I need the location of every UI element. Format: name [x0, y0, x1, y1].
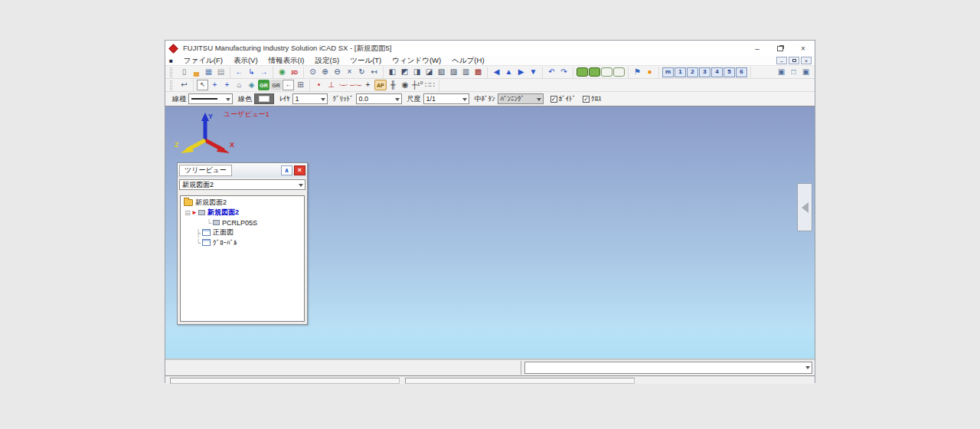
menu-w[interactable]: ウィンドウ(W) — [387, 56, 446, 64]
layer-active-icon[interactable] — [589, 67, 600, 77]
view-back-icon[interactable]: ← — [234, 67, 245, 77]
snap-arbitrary-icon[interactable]: AP — [374, 80, 387, 90]
copy-move-icon[interactable]: + — [221, 80, 233, 90]
zoom-out-icon[interactable]: ⊖ — [332, 67, 343, 77]
group-on-icon[interactable]: GR — [258, 80, 270, 90]
undo-icon[interactable]: ↶ — [546, 67, 557, 77]
group-ref-icon[interactable]: GR — [270, 80, 282, 90]
tree-item[interactable]: ⊟►新規図面2 — [181, 208, 304, 218]
menu-i[interactable]: 情報表示(I) — [263, 56, 310, 64]
tag-icon[interactable]: ◈ — [246, 80, 257, 90]
tree-panel-header[interactable]: ツリービュー ∧ × — [178, 163, 307, 178]
drawing-canvas[interactable]: ユーザビュー1 Y X Z ツリービュー ∧ × 新規図面2 — [165, 106, 815, 359]
select-icon[interactable]: ↖ — [197, 80, 208, 90]
view-iso1-icon[interactable]: ◩ — [399, 67, 410, 77]
layer-ref-icon[interactable] — [613, 67, 625, 77]
layer-off-icon[interactable] — [601, 67, 612, 77]
new-file-icon[interactable]: ▯ — [178, 67, 190, 77]
tree-item[interactable]: └PCRLP05S — [181, 218, 304, 228]
polygon-icon[interactable]: ⌂ — [234, 80, 245, 90]
mdi-restore-button[interactable] — [789, 57, 799, 64]
menu-f[interactable]: ファイル(F) — [178, 56, 228, 64]
window-1-button[interactable]: 1 — [675, 67, 686, 77]
structure-icon[interactable]: ⊞ — [295, 80, 306, 90]
collapse-panel-button[interactable]: ∧ — [281, 165, 292, 175]
mdi-minimize-button[interactable]: – — [776, 57, 787, 64]
scale-select[interactable]: 1/1 — [423, 93, 469, 104]
close-panel-button[interactable]: × — [294, 165, 305, 175]
window-3-button[interactable]: 3 — [699, 67, 710, 77]
snap-endpoint-icon[interactable]: ⊥ — [325, 80, 337, 90]
menu-h[interactable]: ヘルプ(H) — [446, 56, 489, 64]
linecolor-button[interactable] — [254, 93, 274, 104]
win-cascade-icon[interactable]: ▣ — [776, 67, 787, 77]
view-branch-icon[interactable]: ↳ — [246, 67, 257, 77]
restore-button[interactable] — [769, 41, 792, 56]
close-button[interactable]: × — [792, 41, 815, 56]
rotate-up-icon[interactable]: ▲ — [503, 67, 514, 77]
win-tile-icon[interactable]: ▣ — [800, 67, 812, 77]
assist-ball-icon[interactable]: ● — [644, 67, 655, 77]
escape-icon[interactable]: ↩ — [178, 80, 190, 90]
menu-t[interactable]: ツール(T) — [345, 56, 387, 64]
zoom-previous-icon[interactable]: ↤ — [368, 67, 380, 77]
drawing-select[interactable]: 新規図面2 — [179, 179, 305, 190]
win-maximize-icon[interactable]: □ — [788, 67, 799, 77]
rotate-left-icon[interactable]: ◀ — [491, 67, 502, 77]
capture-icon[interactable]: ⚑ — [632, 67, 643, 77]
view-iso3-icon[interactable]: ▨ — [448, 67, 459, 77]
tree-item[interactable]: 新規図面2 — [181, 198, 304, 208]
zoom-fit-icon[interactable]: × — [344, 67, 355, 77]
rotate-right-icon[interactable]: ▶ — [515, 67, 527, 77]
move-icon[interactable]: + — [209, 80, 220, 90]
menu-v[interactable]: 表示(V) — [228, 56, 263, 64]
print-icon[interactable]: ▤ — [215, 67, 227, 77]
tree-item[interactable]: └ｸﾞﾛｰﾊﾞﾙ — [181, 237, 304, 247]
view-points-icon[interactable]: ▩ — [472, 67, 484, 77]
minimize-button[interactable]: – — [746, 41, 769, 56]
window-5-button[interactable]: 5 — [724, 67, 735, 77]
window-2-button[interactable]: 2 — [687, 67, 698, 77]
linetype-select[interactable] — [188, 93, 233, 104]
cross-checkbox[interactable]: ✓ ｸﾛｽ — [583, 95, 602, 103]
mdi-close-button[interactable]: × — [801, 57, 812, 64]
snap-line-icon[interactable]: ·–· — [338, 80, 349, 90]
snap-intersection-icon[interactable]: + — [362, 80, 374, 90]
toolbar-drag-handle[interactable] — [170, 80, 172, 90]
mdi-child-icon[interactable]: ■ — [169, 57, 173, 64]
window-6-button[interactable]: 6 — [736, 67, 747, 77]
tree-connector-icon[interactable]: ⊟ — [184, 209, 191, 217]
window-m-button[interactable]: m — [662, 67, 674, 77]
view-iso2-icon[interactable]: ◪ — [423, 67, 435, 77]
redo-icon[interactable]: ↷ — [558, 67, 570, 77]
middle-button-select[interactable]: ﾊﾟﾝﾆﾝｸﾞ — [498, 93, 544, 104]
view-front-icon[interactable]: ◧ — [387, 67, 398, 77]
tree-item[interactable]: ├正面図 — [181, 228, 304, 237]
return-icon[interactable]: ← — [283, 80, 294, 90]
view-book-icon[interactable]: ▥ — [460, 67, 472, 77]
side-panel-handle[interactable] — [797, 183, 812, 231]
dim-2d3d-icon[interactable]: 3D — [289, 67, 300, 77]
snap-pitch-icon[interactable]: ┼¹⁰ — [412, 80, 423, 90]
view-side-icon[interactable]: ▧ — [436, 67, 447, 77]
zoom-in-icon[interactable]: ⊕ — [319, 67, 331, 77]
menu-s[interactable]: 設定(S) — [310, 56, 345, 64]
parts-view-icon[interactable]: ◉ — [276, 67, 288, 77]
toolbar-drag-handle[interactable] — [170, 67, 172, 77]
command-combobox[interactable] — [524, 362, 812, 374]
snap-free-icon[interactable]: • — [313, 80, 325, 90]
guide-checkbox[interactable]: ✓ ｶﾞｲﾄﾞ — [550, 95, 577, 103]
view-top-icon[interactable]: ◨ — [411, 67, 423, 77]
open-folder-icon[interactable]: ▄ — [191, 67, 202, 77]
grid-select[interactable]: 0.0 — [356, 93, 402, 104]
layer-all-on-icon[interactable] — [577, 67, 588, 77]
snap-midpoint-icon[interactable]: –·– — [350, 80, 361, 90]
layer-select[interactable]: 1 — [292, 93, 328, 104]
snap-element-icon[interactable]: ◉ — [400, 80, 411, 90]
window-4-button[interactable]: 4 — [711, 67, 723, 77]
zoom-refresh-icon[interactable]: ↻ — [356, 67, 368, 77]
zoom-window-icon[interactable]: ⊙ — [307, 67, 318, 77]
view-forward-icon[interactable]: → — [258, 67, 270, 77]
snap-grid-icon[interactable]: ∷∷ — [424, 80, 436, 90]
rotate-down-icon[interactable]: ▼ — [528, 67, 539, 77]
